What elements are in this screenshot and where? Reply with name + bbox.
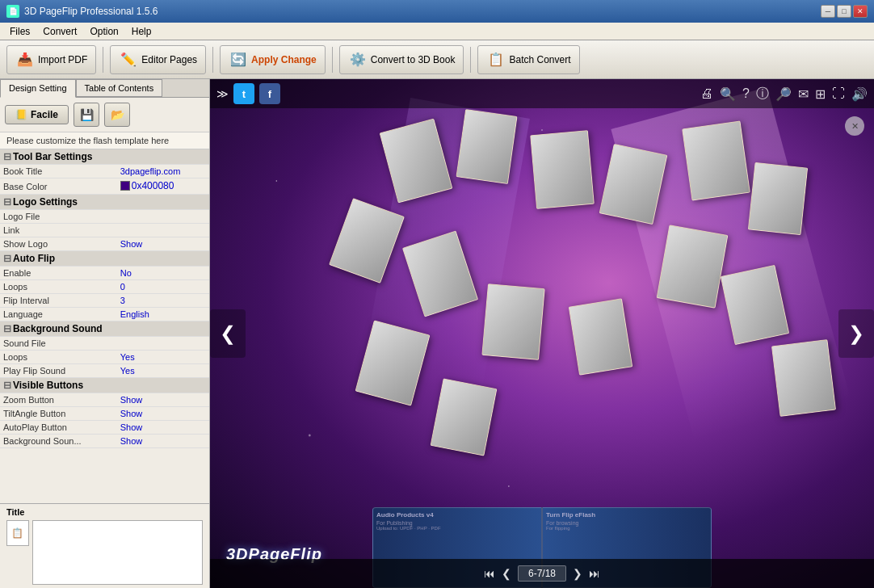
- setting-sound-file: Sound File: [0, 337, 209, 351]
- nav-prev-button[interactable]: ❮: [210, 309, 246, 358]
- help-icon[interactable]: ?: [742, 86, 750, 101]
- info-icon[interactable]: ⓘ: [756, 86, 769, 103]
- minimize-button[interactable]: ─: [821, 5, 835, 18]
- window-controls: ─ □ ✕: [821, 5, 868, 18]
- panel-tabs: Design Setting Table of Contents: [0, 79, 209, 98]
- page-card: [380, 118, 453, 203]
- email-icon[interactable]: ✉: [798, 86, 809, 102]
- expand-icon[interactable]: ≫: [216, 87, 229, 100]
- toolbar-separator-4: [470, 47, 471, 73]
- setting-tiltangle-button: TiltAngle Button Show: [0, 407, 209, 421]
- import-pdf-icon: 📥: [15, 50, 35, 69]
- page-card: [431, 378, 498, 456]
- facebook-button[interactable]: f: [259, 83, 280, 104]
- setting-base-color: Base Color 0x400080: [0, 178, 209, 195]
- group-logo-settings[interactable]: ⊟Logo Settings: [0, 195, 209, 210]
- menu-convert[interactable]: Convert: [36, 24, 83, 39]
- menu-option[interactable]: Option: [83, 24, 124, 39]
- sound-icon[interactable]: 🔊: [851, 86, 868, 102]
- viewer-toolbar-left: ≫ t f: [216, 83, 280, 104]
- title-section-content: 📋: [6, 520, 203, 585]
- setting-show-logo: Show Logo Show: [0, 237, 209, 251]
- group-toolbar-settings[interactable]: ⊟Tool Bar Settings: [0, 149, 209, 165]
- group-background-sound[interactable]: ⊟Background Sound: [0, 321, 209, 337]
- page-card: [748, 162, 808, 235]
- nav-next-button[interactable]: ❯: [838, 309, 874, 358]
- page-card: [402, 230, 478, 317]
- setting-logo-file: Logo File: [0, 210, 209, 224]
- convert-3d-icon: ⚙️: [348, 50, 368, 69]
- settings-table: ⊟Tool Bar Settings Book Title 3dpageflip…: [0, 149, 209, 448]
- window-title: 3D PageFlip Professional 1.5.6: [24, 6, 158, 17]
- viewer-toolbar-right: 🖨 🔍 ? ⓘ 🔎 ✉ ⊞ ⛶ 🔊: [700, 86, 868, 103]
- setting-autoplay-button: AutoPlay Button Show: [0, 421, 209, 435]
- toolbar-separator-2: [212, 47, 213, 73]
- page-card: [355, 320, 430, 406]
- panel-actions: 📒 Facile 💾 📂: [0, 98, 209, 132]
- floating-pages: [210, 108, 874, 531]
- setting-play-flip-sound: Play Flip Sound Yes: [0, 364, 209, 378]
- page-card: [657, 225, 729, 308]
- menu-files[interactable]: Files: [3, 24, 36, 39]
- close-circle-button[interactable]: ✕: [845, 116, 864, 136]
- color-swatch: [120, 181, 130, 191]
- search-icon[interactable]: 🔍: [720, 86, 736, 102]
- facile-button[interactable]: 📒 Facile: [5, 105, 69, 124]
- zoom-in-icon[interactable]: 🔎: [775, 86, 792, 102]
- settings-scroll[interactable]: ⊟Tool Bar Settings Book Title 3dpageflip…: [0, 149, 209, 503]
- tab-table-of-contents[interactable]: Table of Contents: [76, 79, 163, 97]
- page-card: [329, 198, 405, 284]
- customize-text: Please customize the flash template here: [0, 132, 209, 149]
- group-auto-flip[interactable]: ⊟Auto Flip: [0, 251, 209, 267]
- viewer-bottom-controls: ⏮ ❮ 6-7/18 ❯ ⏭: [210, 559, 874, 588]
- title-bar: 📄 3D PageFlip Professional 1.5.6 ─ □ ✕: [0, 0, 874, 23]
- last-page-button[interactable]: ⏭: [589, 567, 600, 580]
- title-textarea[interactable]: [32, 520, 203, 585]
- page-counter[interactable]: 6-7/18: [518, 565, 566, 582]
- setting-book-title: Book Title 3dpageflip.com: [0, 165, 209, 178]
- app-icon: 📄: [6, 5, 19, 18]
- maximize-button[interactable]: □: [837, 5, 851, 18]
- setting-loops: Loops 0: [0, 280, 209, 294]
- prev-page-button[interactable]: ❮: [502, 567, 511, 580]
- menu-bar: Files Convert Option Help: [0, 23, 874, 40]
- page-card: [771, 339, 836, 417]
- tab-design-setting[interactable]: Design Setting: [0, 79, 76, 98]
- twitter-button[interactable]: t: [233, 83, 254, 104]
- page-card: [456, 109, 517, 184]
- batch-convert-button[interactable]: 📋 Batch Convert: [477, 45, 579, 74]
- setting-language: Language English: [0, 308, 209, 321]
- page-card: [599, 144, 668, 225]
- toolbar-separator-1: [103, 47, 103, 73]
- toolbar: 📥 Import PDF ✏️ Editor Pages 🔄 Apply Cha…: [0, 40, 874, 79]
- setting-flip-interval: Flip Interval 3: [0, 294, 209, 308]
- grid-icon[interactable]: ⊞: [815, 86, 826, 102]
- title-bar-left: 📄 3D PageFlip Professional 1.5.6: [6, 5, 158, 18]
- close-window-button[interactable]: ✕: [853, 5, 868, 18]
- setting-zoom-button: Zoom Button Show: [0, 393, 209, 407]
- save-button[interactable]: 💾: [74, 103, 99, 127]
- next-page-button[interactable]: ❯: [573, 567, 582, 580]
- open-button[interactable]: 📂: [104, 103, 130, 127]
- setting-link: Link: [0, 224, 209, 237]
- page-card: [682, 120, 750, 200]
- fullscreen-icon[interactable]: ⛶: [832, 86, 845, 101]
- editor-pages-button[interactable]: ✏️ Editor Pages: [110, 45, 206, 74]
- title-section: Title 📋: [0, 503, 209, 588]
- toolbar-separator-3: [332, 47, 333, 73]
- first-page-button[interactable]: ⏮: [484, 567, 495, 580]
- apply-change-button[interactable]: 🔄 Apply Change: [220, 45, 326, 74]
- convert-3d-button[interactable]: ⚙️ Convert to 3D Book: [339, 45, 464, 74]
- page-card: [569, 298, 633, 375]
- page-card: [530, 130, 595, 209]
- main-area: Design Setting Table of Contents 📒 Facil…: [0, 79, 874, 588]
- editor-pages-icon: ✏️: [119, 50, 138, 69]
- page-card: [721, 265, 790, 345]
- title-icon: 📋: [6, 520, 29, 546]
- menu-help[interactable]: Help: [125, 24, 158, 39]
- import-pdf-button[interactable]: 📥 Import PDF: [6, 45, 96, 74]
- group-visible-buttons[interactable]: ⊟Visible Buttons: [0, 378, 209, 393]
- print-icon[interactable]: 🖨: [700, 86, 713, 101]
- facile-icon: 📒: [15, 109, 27, 120]
- apply-change-icon: 🔄: [229, 50, 248, 69]
